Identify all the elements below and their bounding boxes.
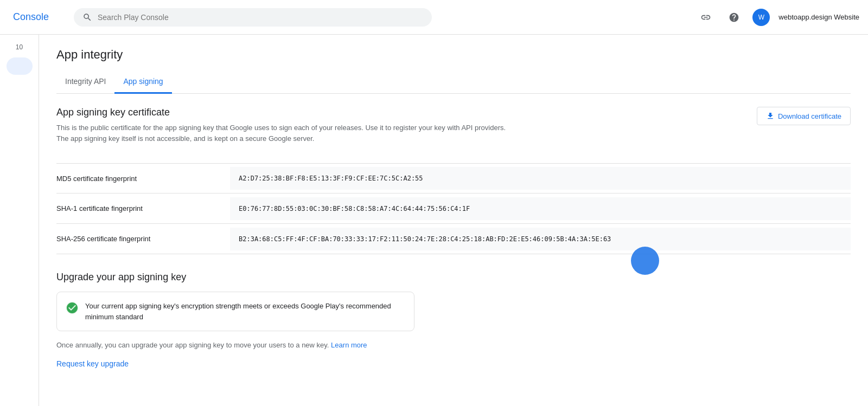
search-input[interactable] xyxy=(98,13,423,22)
help-icon xyxy=(729,12,739,23)
sha256-value: B2:3A:68:C5:FF:4F:CF:BA:70:33:33:17:F2:1… xyxy=(230,228,851,250)
status-card: Your current app signing key's encryptio… xyxy=(56,292,414,331)
help-button[interactable] xyxy=(724,8,744,27)
upgrade-title: Upgrade your app signing key xyxy=(56,272,851,283)
download-certificate-button[interactable]: Download certificate xyxy=(757,107,851,125)
page-title: App integrity xyxy=(56,48,851,62)
md5-value: A2:D7:25:38:BF:F8:E5:13:3F:F9:CF:EE:7C:5… xyxy=(230,167,851,190)
md5-label: MD5 certificate fingerprint xyxy=(56,168,230,189)
tab-app-signing[interactable]: App signing xyxy=(114,70,171,94)
search-icon xyxy=(82,12,92,22)
sidebar-number: 10 xyxy=(0,35,39,55)
check-circle-icon xyxy=(66,301,79,314)
sidebar-nav-btn[interactable] xyxy=(7,57,33,75)
fingerprint-row-md5: MD5 certificate fingerprint A2:D7:25:38:… xyxy=(56,163,851,194)
status-text: Your current app signing key's encryptio… xyxy=(85,301,405,322)
section-title: App signing key certificate xyxy=(56,107,512,118)
section-header: App signing key certificate This is the … xyxy=(56,107,851,157)
search-container xyxy=(74,8,432,27)
fingerprint-row-sha1: SHA-1 certificate fingerprint E0:76:77:8… xyxy=(56,194,851,224)
upgrade-section: Upgrade your app signing key Your curren… xyxy=(56,272,851,368)
sidebar: 10 xyxy=(0,35,39,406)
link-icon xyxy=(700,12,711,23)
upgrade-note: Once annually, you can upgrade your app … xyxy=(56,340,851,351)
section-title-area: App signing key certificate This is the … xyxy=(56,107,512,157)
logo-area: Console xyxy=(9,11,63,23)
fingerprint-table: MD5 certificate fingerprint A2:D7:25:38:… xyxy=(56,163,851,254)
link-button[interactable] xyxy=(696,8,716,27)
upgrade-note-text: Once annually, you can upgrade your app … xyxy=(56,341,329,349)
sha256-label: SHA-256 certificate fingerprint xyxy=(56,228,230,249)
download-icon xyxy=(766,112,775,120)
learn-more-link[interactable]: Learn more xyxy=(331,341,367,349)
main-content: App integrity Integrity API App signing … xyxy=(39,35,868,406)
sha1-value: E0:76:77:8D:55:03:0C:30:BF:58:C8:58:A7:4… xyxy=(230,197,851,220)
tab-integrity-api[interactable]: Integrity API xyxy=(56,70,114,94)
section-desc: This is the public certificate for the a… xyxy=(56,123,512,144)
request-key-upgrade-link[interactable]: Request key upgrade xyxy=(56,359,851,368)
app-signing-cert-section: App signing key certificate This is the … xyxy=(56,107,851,254)
user-name[interactable]: webtoapp.design Website xyxy=(778,13,859,21)
avatar[interactable]: W xyxy=(752,9,770,26)
tabs-nav: Integrity API App signing xyxy=(56,70,851,94)
header: Console W webtoapp.design Website xyxy=(0,0,868,35)
search-box[interactable] xyxy=(74,8,432,27)
fingerprint-row-sha256: SHA-256 certificate fingerprint B2:3A:68… xyxy=(56,224,851,254)
sha1-label: SHA-1 certificate fingerprint xyxy=(56,198,230,219)
console-label: Console xyxy=(13,11,49,23)
header-right: W webtoapp.design Website xyxy=(696,8,859,27)
